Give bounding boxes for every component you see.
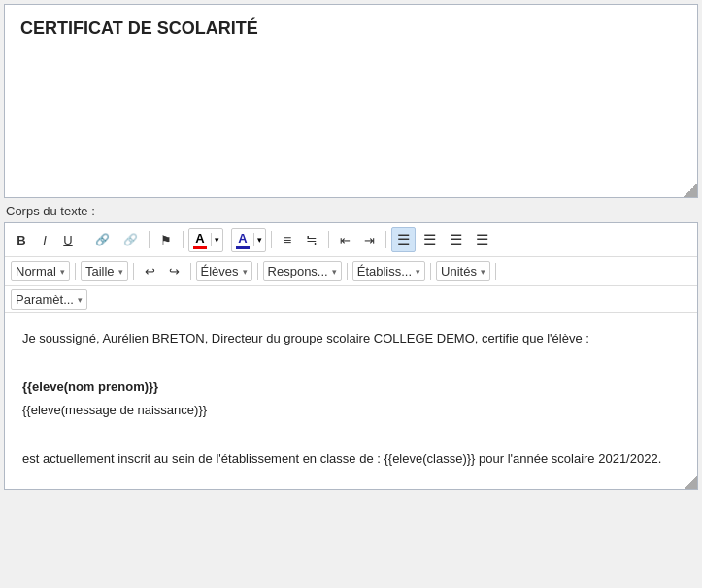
indent-increase-button[interactable]: ⇥ bbox=[358, 229, 381, 251]
bg-color-bar bbox=[236, 246, 250, 249]
style-dropdown-label: Normal bbox=[16, 264, 56, 278]
separator-7 bbox=[75, 263, 76, 280]
ul-icon: ≒ bbox=[306, 232, 318, 247]
bg-color-label: A bbox=[236, 231, 250, 245]
undo-button[interactable]: ↩ bbox=[139, 260, 161, 282]
unordered-list-button[interactable]: ≒ bbox=[300, 228, 323, 251]
ol-icon: ≡ bbox=[284, 232, 291, 247]
separator-13 bbox=[495, 263, 496, 280]
body-line-5 bbox=[22, 425, 680, 445]
body-line-2 bbox=[22, 353, 680, 374]
editor-body[interactable]: Je soussigné, Aurélien BRETON, Directeur… bbox=[5, 313, 697, 489]
indent-increase-icon: ⇥ bbox=[364, 233, 375, 247]
align-right-icon: ☰ bbox=[450, 231, 462, 248]
etabliss-dropdown-label: Établiss... bbox=[357, 264, 412, 278]
document-resize-handle[interactable] bbox=[684, 183, 697, 197]
section-label: Corps du texte : bbox=[6, 204, 696, 218]
unites-dropdown[interactable]: Unités ▾ bbox=[436, 261, 490, 281]
body-line-3: {{eleve(nom prenom)}} bbox=[22, 377, 680, 398]
size-dropdown-arrow: ▾ bbox=[118, 267, 123, 277]
underline-button[interactable]: U bbox=[57, 229, 79, 251]
separator-2 bbox=[149, 231, 150, 248]
indent-decrease-button[interactable]: ⇤ bbox=[334, 229, 356, 251]
bold-button[interactable]: B bbox=[11, 229, 32, 251]
etabliss-dropdown[interactable]: Établiss... ▾ bbox=[352, 261, 425, 281]
separator-1 bbox=[84, 231, 84, 248]
document-title: CERTIFICAT DE SCOLARITÉ bbox=[20, 18, 682, 39]
unlink-button[interactable]: 🔗 bbox=[117, 229, 144, 250]
separator-6 bbox=[385, 231, 386, 248]
params-dropdown[interactable]: Paramèt... ▾ bbox=[11, 289, 87, 310]
eleves-dropdown-label: Élèves bbox=[201, 264, 239, 278]
italic-button[interactable]: I bbox=[34, 229, 55, 251]
undo-icon: ↩ bbox=[145, 264, 155, 278]
separator-5 bbox=[328, 231, 329, 248]
bg-color-dropdown-arrow[interactable]: ▾ bbox=[253, 233, 265, 246]
respons-dropdown-label: Respons... bbox=[268, 264, 328, 278]
align-center-icon: ☰ bbox=[423, 231, 436, 248]
respons-dropdown-arrow: ▾ bbox=[332, 267, 337, 277]
redo-button[interactable]: ↪ bbox=[163, 260, 185, 282]
flag-icon: ⚑ bbox=[160, 233, 172, 247]
editor-resize-handle[interactable] bbox=[684, 475, 697, 489]
params-dropdown-arrow: ▾ bbox=[78, 295, 83, 305]
align-left-button[interactable]: ☰ bbox=[391, 227, 416, 252]
separator-4 bbox=[271, 231, 272, 248]
bg-color-button[interactable]: A bbox=[232, 229, 253, 251]
style-dropdown[interactable]: Normal ▾ bbox=[11, 261, 70, 281]
toolbar-row2: Normal ▾ Taille ▾ ↩ ↪ Élèves ▾ Respons..… bbox=[5, 257, 697, 286]
align-justify-button[interactable]: ☰ bbox=[470, 227, 494, 252]
font-color-button[interactable]: A bbox=[189, 229, 211, 251]
separator-11 bbox=[347, 263, 348, 280]
respons-dropdown[interactable]: Respons... ▾ bbox=[263, 261, 342, 281]
body-line-6: est actuellement inscrit au sein de l'ét… bbox=[22, 449, 680, 470]
body-line-4: {{eleve(message de naissance)}} bbox=[22, 401, 680, 421]
editor-resize: Je soussigné, Aurélien BRETON, Directeur… bbox=[5, 313, 697, 489]
document-preview: CERTIFICAT DE SCOLARITÉ bbox=[4, 4, 698, 198]
separator-9 bbox=[190, 263, 191, 280]
bg-color-group[interactable]: A ▾ bbox=[231, 228, 266, 252]
separator-10 bbox=[257, 263, 258, 280]
align-justify-icon: ☰ bbox=[476, 231, 488, 248]
font-color-label: A bbox=[193, 231, 207, 245]
eleves-dropdown[interactable]: Élèves ▾ bbox=[196, 261, 252, 281]
redo-icon: ↪ bbox=[169, 264, 180, 278]
link-icon: 🔗 bbox=[95, 233, 110, 246]
toolbar-row3: Paramèt... ▾ bbox=[5, 286, 697, 313]
size-dropdown[interactable]: Taille ▾ bbox=[81, 261, 128, 281]
separator-8 bbox=[133, 263, 134, 280]
flag-button[interactable]: ⚑ bbox=[154, 229, 178, 251]
body-line-1: Je soussigné, Aurélien BRETON, Directeur… bbox=[22, 329, 680, 349]
font-color-group[interactable]: A ▾ bbox=[188, 228, 223, 252]
unites-dropdown-arrow: ▾ bbox=[481, 267, 485, 277]
separator-12 bbox=[430, 263, 431, 280]
style-dropdown-arrow: ▾ bbox=[60, 267, 65, 277]
ordered-list-button[interactable]: ≡ bbox=[277, 228, 298, 251]
font-color-bar bbox=[193, 246, 207, 249]
document-content: CERTIFICAT DE SCOLARITÉ bbox=[5, 5, 697, 52]
editor-wrapper: B I U 🔗 🔗 ⚑ A ▾ A bbox=[4, 222, 698, 490]
indent-decrease-icon: ⇤ bbox=[340, 233, 351, 247]
unites-dropdown-label: Unités bbox=[441, 264, 477, 278]
unlink-icon: 🔗 bbox=[123, 233, 138, 246]
align-right-button[interactable]: ☰ bbox=[444, 227, 468, 252]
toolbar-row1: B I U 🔗 🔗 ⚑ A ▾ A bbox=[5, 223, 697, 257]
etabliss-dropdown-arrow: ▾ bbox=[416, 267, 420, 277]
font-color-dropdown-arrow[interactable]: ▾ bbox=[211, 233, 222, 246]
align-left-icon: ☰ bbox=[397, 231, 410, 248]
align-center-button[interactable]: ☰ bbox=[418, 227, 442, 252]
size-dropdown-label: Taille bbox=[85, 264, 115, 278]
separator-3 bbox=[183, 231, 184, 248]
params-dropdown-label: Paramèt... bbox=[16, 292, 74, 307]
eleves-dropdown-arrow: ▾ bbox=[243, 267, 248, 277]
link-button[interactable]: 🔗 bbox=[89, 229, 116, 250]
